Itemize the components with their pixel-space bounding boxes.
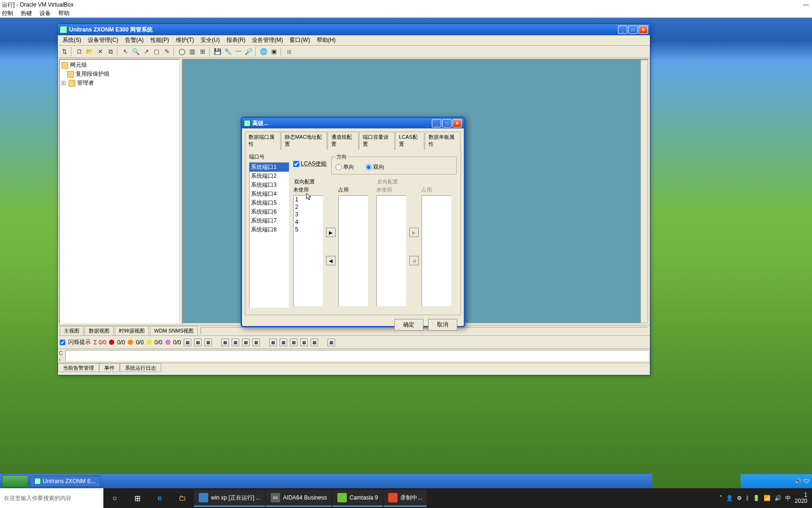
start-button[interactable]	[2, 475, 28, 487]
guest-taskbar[interactable]: Unitrans ZXONM E...	[0, 474, 652, 488]
tray-people-icon[interactable]: 👤	[726, 495, 733, 501]
expand-icon[interactable]: +	[62, 81, 66, 85]
search-input[interactable]: 在这里输入你要搜索的内容	[0, 488, 103, 508]
dialog-maximize-button[interactable]: □	[442, 119, 452, 127]
menu-perf[interactable]: 性能(P)	[148, 35, 172, 45]
vb-menu-control[interactable]: 控制	[2, 9, 13, 17]
taskview-button[interactable]: ⊞	[126, 488, 148, 508]
status-icon-13[interactable]: ▦	[328, 339, 335, 346]
port-item[interactable]: 系统端口3	[250, 181, 289, 190]
port-listbox[interactable]: 系统端口1 系统端口2 系统端口3 系统端口4 系统端口5 系统端口6 系统端口…	[249, 162, 289, 308]
tray-gear-icon[interactable]: ⚙	[737, 495, 742, 501]
list-item[interactable]: 1	[294, 196, 323, 203]
menu-help[interactable]: 帮助(H)	[314, 35, 339, 45]
dtab-lcas[interactable]: LCAS配置	[395, 132, 424, 150]
list-item[interactable]: 5	[294, 226, 323, 233]
dtab-capacity[interactable]: 端口容量设置	[359, 132, 395, 150]
menu-device[interactable]: 设备管理(C)	[85, 35, 121, 45]
tab-main[interactable]: 主视图	[60, 326, 84, 335]
host-task-aida[interactable]: 64AIDA64 Business	[266, 490, 331, 507]
dual-used-listbox[interactable]	[338, 195, 368, 307]
status-icon-4[interactable]: ▦	[221, 339, 229, 346]
tool-new[interactable]: 🗋	[75, 47, 84, 56]
taskbar-task-unitrans[interactable]: Unitrans ZXONM E...	[30, 476, 100, 487]
status-icon-10[interactable]: ▦	[290, 339, 297, 346]
vb-minimize-button[interactable]: —	[800, 1, 812, 8]
minimize-button[interactable]: _	[618, 25, 627, 34]
status-icon-12[interactable]: ▦	[311, 339, 318, 346]
add-right-button[interactable]: ▶	[326, 228, 336, 237]
tool-delete[interactable]: ✕	[95, 47, 105, 56]
btab-alarm[interactable]: 当前告警管理	[58, 363, 99, 372]
host-task-winxp[interactable]: win xp [正在运行] ...	[194, 490, 265, 507]
ok-button[interactable]: 确定	[394, 319, 423, 331]
clock-date[interactable]: 2020	[795, 498, 807, 504]
list-item[interactable]: 3	[294, 211, 323, 218]
tool-box[interactable]: ▣	[269, 47, 279, 56]
menu-report[interactable]: 报表(R)	[224, 35, 249, 45]
tab-data[interactable]: 数据视图	[85, 326, 114, 335]
flash-checkbox[interactable]	[60, 340, 65, 345]
tool-copy[interactable]: ⧉	[106, 47, 115, 56]
ime-indicator[interactable]: 中	[785, 494, 791, 502]
tool-rect[interactable]: ▢	[152, 47, 161, 56]
tree-panel[interactable]: 网元组 复用段保护组 +管理者	[59, 59, 180, 324]
guest-system-tray[interactable]: 🔊 🛡	[741, 474, 812, 488]
tool-paint[interactable]: ✎	[162, 47, 172, 56]
dialog-close-button[interactable]: ×	[453, 119, 462, 127]
status-icon-3[interactable]: ▦	[204, 339, 212, 346]
tool-net[interactable]: ⊞	[198, 47, 207, 56]
edge-icon[interactable]: e	[148, 488, 171, 508]
cancel-button[interactable]: 取消	[428, 319, 457, 331]
status-icon-2[interactable]: ▦	[194, 339, 202, 346]
port-item[interactable]: 系统端口7	[250, 216, 289, 225]
tool-bars[interactable]: ▥	[187, 47, 197, 56]
tool-circle[interactable]: ◯	[177, 47, 187, 56]
lcas-enable-checkbox[interactable]: LCAS使能	[293, 160, 327, 168]
dialog-titlebar[interactable]: 高级... _ □ ×	[242, 118, 464, 128]
vb-menu-help[interactable]: 帮助	[58, 9, 70, 17]
status-icon-6[interactable]: ▦	[242, 339, 250, 346]
tool-search[interactable]: 🔍	[131, 47, 141, 56]
remove-left-button[interactable]: ◀	[326, 256, 336, 265]
tool-1[interactable]: ⇅	[60, 47, 69, 56]
tray-icon[interactable]: 🔊	[795, 478, 802, 484]
menu-maint[interactable]: 维护(T)	[173, 35, 197, 45]
tool-graph[interactable]: 〰	[234, 47, 243, 56]
host-taskbar[interactable]: 在这里输入你要搜索的内容 ○ ⊞ e 🗀 win xp [正在运行] ... 6…	[0, 488, 812, 508]
tab-clock[interactable]: 时钟源视图	[115, 326, 149, 335]
canvas-scrollbar-v[interactable]	[640, 60, 648, 323]
menu-alarm[interactable]: 告警(A)	[122, 35, 147, 45]
dialog-minimize-button[interactable]: _	[432, 119, 441, 127]
status-icon-8[interactable]: ▦	[269, 339, 277, 346]
radio-dual[interactable]: 双向	[366, 163, 384, 171]
tray-bluetooth-icon[interactable]: ᛒ	[746, 495, 749, 501]
dtab-port-attr[interactable]: 数据端口属性	[245, 132, 281, 150]
host-task-recording[interactable]: 录制中...	[383, 490, 427, 507]
close-button[interactable]: ×	[639, 25, 648, 34]
tab-wdm[interactable]: WDM SNMS视图	[150, 326, 198, 335]
btab-event[interactable]: 事件	[99, 363, 120, 372]
tray-icon[interactable]: 🛡	[804, 478, 809, 484]
tool-col[interactable]: ⫼	[284, 47, 294, 56]
dtab-board[interactable]: 数据单板属性	[425, 132, 461, 150]
tool-save[interactable]: 💾	[213, 47, 222, 56]
list-item[interactable]: 2	[294, 203, 323, 211]
tool-arrow[interactable]: ↗	[141, 47, 151, 56]
app-titlebar[interactable]: Unitrans ZXONM E300 网管系统 _ □ ×	[58, 24, 650, 35]
status-icon-9[interactable]: ▦	[280, 339, 287, 346]
host-task-camtasia[interactable]: Camtasia 9	[333, 490, 383, 507]
port-item[interactable]: 系统端口8	[250, 225, 289, 234]
host-system-tray[interactable]: ˄ 👤 ⚙ ᛒ 🔋 📶 🔊 中 1 2020	[719, 492, 812, 504]
vb-menu-hotkey[interactable]: 热键	[21, 9, 32, 17]
radio-single[interactable]: 单向	[336, 163, 354, 171]
status-icon-7[interactable]: ▦	[252, 339, 260, 346]
menu-service[interactable]: 业务管理(M)	[249, 35, 286, 45]
port-item[interactable]: 系统端口4	[250, 190, 289, 198]
tool-pointer[interactable]: ↖	[121, 47, 130, 56]
status-icon-11[interactable]: ▦	[300, 339, 308, 346]
port-item[interactable]: 系统端口2	[250, 172, 289, 181]
dtab-mac[interactable]: 静态MAC地址配置	[281, 132, 327, 150]
dual-unused-listbox[interactable]: 1 2 3 4 5	[293, 195, 323, 307]
tool-open[interactable]: 📂	[85, 47, 94, 56]
